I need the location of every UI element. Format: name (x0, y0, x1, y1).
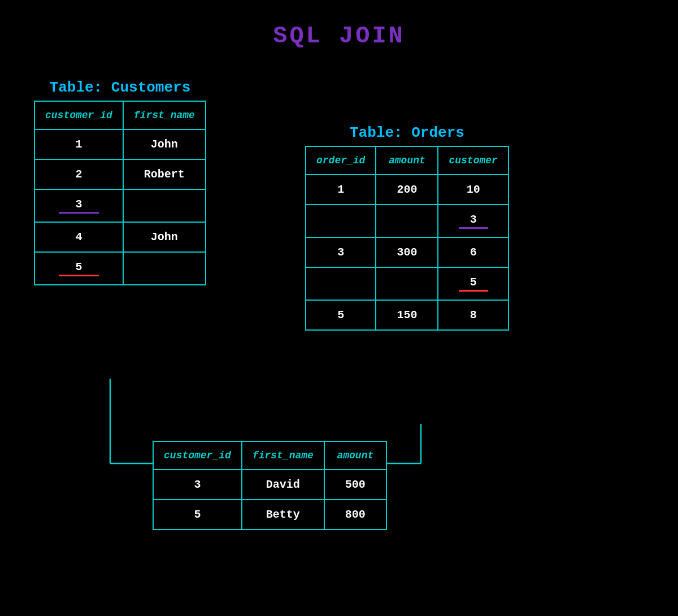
result-col-fname: first_name (242, 441, 324, 470)
result-table: customer_id first_name amount 3 David 50… (153, 441, 387, 530)
orders-table: order_id amount customer 1 200 10 2 500 … (305, 146, 509, 331)
result-section: customer_id first_name amount 3 David 50… (153, 441, 387, 530)
result-col-amount: amount (324, 441, 386, 470)
order-id-5: 5 (306, 300, 376, 330)
cust-id-5: 5 (34, 252, 123, 285)
result-cid-1: 3 (153, 470, 242, 500)
result-amount-1: 500 (324, 470, 386, 500)
order-id-2: 2 (306, 205, 376, 237)
order-cust-2: 3 (438, 205, 508, 237)
cust-id-2: 2 (34, 159, 123, 189)
orders-col-customer: customer (438, 146, 508, 175)
table-row: 5 150 8 (306, 300, 508, 330)
cust-name-1: John (123, 129, 206, 159)
result-amount-2: 800 (324, 500, 386, 530)
cust-id-4: 4 (34, 222, 123, 252)
table-row: 5 Betty (34, 252, 206, 285)
order-amount-3: 300 (376, 237, 438, 267)
order-amount-5: 150 (376, 300, 438, 330)
cust-name-2: Robert (123, 159, 206, 189)
orders-label: Table: Orders (305, 124, 509, 141)
cust-id-1: 1 (34, 129, 123, 159)
order-cust-1: 10 (438, 175, 508, 205)
result-col-cid: customer_id (153, 441, 242, 470)
cust-id-3: 3 (34, 189, 123, 222)
cust-name-5: Betty (123, 252, 206, 285)
order-amount-1: 200 (376, 175, 438, 205)
order-id-4: 4 (306, 267, 376, 300)
table-row: 2 Robert (34, 159, 206, 189)
result-cid-2: 5 (153, 500, 242, 530)
order-cust-4: 5 (438, 267, 508, 300)
table-row: 1 John (34, 129, 206, 159)
customers-col-id: customer_id (34, 101, 123, 129)
result-fname-1: David (242, 470, 324, 500)
table-row: 3 300 6 (306, 237, 508, 267)
cust-name-3: David (123, 189, 206, 222)
result-fname-2: Betty (242, 500, 324, 530)
table-row: 4 John (34, 222, 206, 252)
customers-label: Table: Customers (34, 79, 206, 96)
table-row: 5 Betty 800 (153, 500, 386, 530)
page-title: SQL JOIN (0, 0, 678, 50)
customers-col-name: first_name (123, 101, 206, 129)
order-amount-2: 500 (376, 205, 438, 237)
order-cust-3: 6 (438, 237, 508, 267)
cust-name-4: John (123, 222, 206, 252)
order-cust-5: 8 (438, 300, 508, 330)
table-row: 3 David 500 (153, 470, 386, 500)
customers-section: Table: Customers customer_id first_name … (34, 79, 206, 285)
table-row: 2 500 3 (306, 205, 508, 237)
table-row: 4 800 5 (306, 267, 508, 300)
table-row: 3 David (34, 189, 206, 222)
order-id-3: 3 (306, 237, 376, 267)
orders-col-id: order_id (306, 146, 376, 175)
customers-table: customer_id first_name 1 John 2 Robert 3… (34, 101, 206, 285)
orders-section: Table: Orders order_id amount customer 1… (305, 124, 509, 331)
table-row: 1 200 10 (306, 175, 508, 205)
orders-col-amount: amount (376, 146, 438, 175)
order-id-1: 1 (306, 175, 376, 205)
order-amount-4: 800 (376, 267, 438, 300)
